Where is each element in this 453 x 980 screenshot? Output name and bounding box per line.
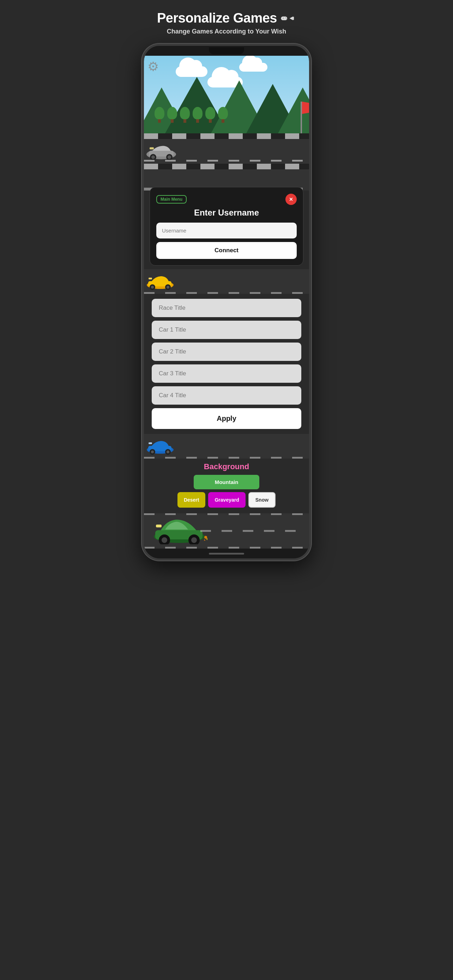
apply-button[interactable]: Apply <box>152 408 301 429</box>
svg-point-18 <box>167 286 169 289</box>
tree-3 <box>180 107 190 123</box>
title-text: Personalize Games <box>157 11 277 26</box>
snow-button[interactable]: Snow <box>248 492 275 508</box>
cloud-2 <box>239 63 267 72</box>
race-title-input[interactable] <box>152 299 301 317</box>
tree-2 <box>167 107 177 123</box>
page-title: Personalize Games <box>138 11 315 26</box>
main-menu-button[interactable]: Main Menu <box>156 195 187 204</box>
svg-point-11 <box>168 156 171 159</box>
mountain-btn-row: Mountain <box>152 475 301 489</box>
car-silver <box>145 141 177 162</box>
svg-point-9 <box>151 156 155 159</box>
lane-dots-3 <box>144 457 309 458</box>
road-stripe-top-1 <box>144 134 309 139</box>
svg-rect-19 <box>149 278 152 279</box>
game-controller-icon <box>280 13 296 23</box>
car4-title-input[interactable] <box>152 386 301 405</box>
tree-4 <box>192 107 202 123</box>
lane-dots-2 <box>144 292 309 294</box>
road-lane-2 <box>144 269 309 294</box>
background-label: Background <box>152 462 301 471</box>
flag-pole <box>300 102 302 134</box>
car-green <box>151 513 207 546</box>
tree-6 <box>218 107 228 123</box>
username-modal: Main Menu × Enter Username Connect <box>149 187 304 266</box>
gear-icon[interactable]: ⚙ <box>148 59 159 74</box>
svg-point-36 <box>204 539 205 541</box>
tree-1 <box>154 107 164 123</box>
svg-rect-26 <box>149 442 152 444</box>
modal-area: Main Menu × Enter Username Connect <box>144 169 309 549</box>
phone-notch <box>209 47 244 54</box>
close-modal-button[interactable]: × <box>285 194 297 205</box>
svg-point-32 <box>191 537 197 543</box>
svg-point-4 <box>286 18 287 19</box>
modal-header: Main Menu × <box>156 194 297 205</box>
phone-frame: ⚙ <box>142 44 311 560</box>
graveyard-button[interactable]: Graveyard <box>208 492 245 508</box>
trees-row <box>144 107 309 123</box>
middle-dashes <box>200 530 299 532</box>
game-screen: ⚙ <box>144 56 309 549</box>
svg-point-30 <box>162 537 167 543</box>
road-lane-3 <box>144 434 309 458</box>
road-section-1 <box>144 134 309 169</box>
phone-home-indicator <box>209 553 244 555</box>
mountains-layer <box>144 77 309 134</box>
cloud-1 <box>176 66 207 77</box>
lane-dots-1 <box>144 160 309 162</box>
form-section: Apply <box>144 294 309 434</box>
page-header: Personalize Games Change Games According… <box>138 11 315 35</box>
modal-title: Enter Username <box>156 208 297 218</box>
svg-rect-5 <box>293 17 294 20</box>
connect-button[interactable]: Connect <box>156 242 297 259</box>
race-flag <box>300 102 302 134</box>
svg-rect-2 <box>283 17 283 19</box>
flag-shape <box>302 102 309 114</box>
svg-point-3 <box>285 17 286 18</box>
svg-point-16 <box>151 286 154 289</box>
tree-5 <box>205 107 215 123</box>
svg-point-34 <box>204 536 207 539</box>
username-input[interactable] <box>156 223 297 239</box>
road-lane-1 <box>144 139 309 164</box>
desert-button[interactable]: Desert <box>178 492 206 508</box>
road-stripe-bottom-1 <box>144 164 309 169</box>
phone-bottom-bar <box>144 549 309 558</box>
road-lane-bottom <box>144 513 309 549</box>
scene-background: ⚙ <box>144 56 309 134</box>
bottom-dashes <box>144 547 309 549</box>
mountain-button[interactable]: Mountain <box>194 475 260 489</box>
car1-title-input[interactable] <box>152 321 301 339</box>
svg-point-23 <box>151 450 154 453</box>
car-blue <box>145 436 175 456</box>
phone-top-bar <box>144 46 309 56</box>
background-section: Background Mountain Desert Graveyard Sno… <box>144 458 309 513</box>
svg-rect-33 <box>156 525 162 527</box>
car2-title-input[interactable] <box>152 342 301 361</box>
svg-rect-12 <box>149 148 154 150</box>
page-subtitle: Change Games According to Your Wish <box>138 28 315 35</box>
svg-point-25 <box>167 450 169 453</box>
car-yellow <box>145 272 175 291</box>
car3-title-input[interactable] <box>152 364 301 383</box>
bg-buttons-row: Desert Graveyard Snow <box>152 492 301 508</box>
